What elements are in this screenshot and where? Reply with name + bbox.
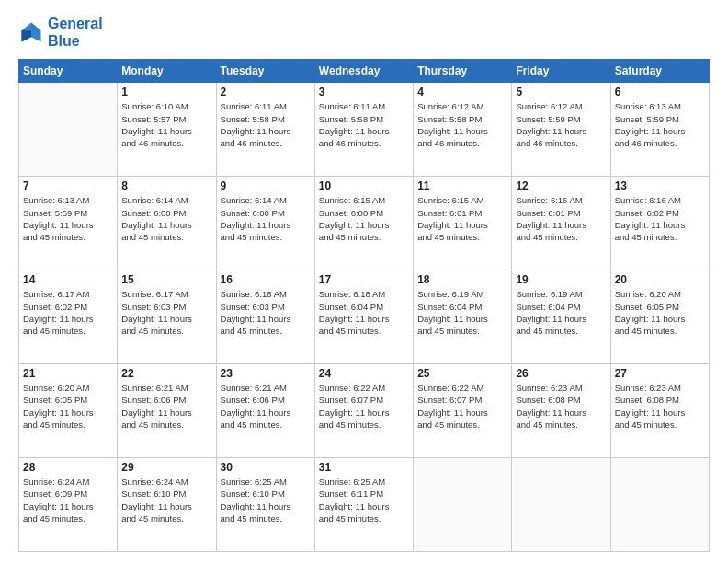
calendar-cell: 10Sunrise: 6:15 AM Sunset: 6:00 PM Dayli… bbox=[314, 177, 413, 270]
day-info: Sunrise: 6:17 AM Sunset: 6:02 PM Dayligh… bbox=[23, 288, 113, 337]
calendar-dow-sunday: Sunday bbox=[19, 60, 118, 83]
calendar-cell bbox=[512, 458, 610, 552]
svg-marker-1 bbox=[31, 23, 41, 31]
calendar-dow-wednesday: Wednesday bbox=[314, 60, 413, 83]
calendar-cell: 6Sunrise: 6:13 AM Sunset: 5:59 PM Daylig… bbox=[610, 83, 709, 177]
day-number: 13 bbox=[615, 179, 705, 192]
day-number: 21 bbox=[23, 367, 113, 380]
day-number: 23 bbox=[221, 367, 311, 380]
calendar-cell: 16Sunrise: 6:18 AM Sunset: 6:03 PM Dayli… bbox=[216, 270, 314, 364]
day-info: Sunrise: 6:18 AM Sunset: 6:03 PM Dayligh… bbox=[221, 288, 311, 337]
day-info: Sunrise: 6:24 AM Sunset: 6:10 PM Dayligh… bbox=[121, 476, 211, 524]
day-number: 6 bbox=[615, 86, 705, 98]
day-info: Sunrise: 6:19 AM Sunset: 6:04 PM Dayligh… bbox=[417, 288, 507, 337]
day-number: 9 bbox=[221, 179, 311, 192]
day-number: 11 bbox=[417, 179, 507, 192]
header: General Blue bbox=[18, 15, 710, 50]
day-number: 1 bbox=[121, 86, 211, 98]
day-info: Sunrise: 6:20 AM Sunset: 6:05 PM Dayligh… bbox=[615, 288, 705, 337]
calendar-week-1: 7Sunrise: 6:13 AM Sunset: 5:59 PM Daylig… bbox=[19, 177, 710, 270]
day-number: 30 bbox=[221, 461, 311, 474]
day-number: 4 bbox=[417, 86, 507, 98]
calendar-cell: 23Sunrise: 6:21 AM Sunset: 6:06 PM Dayli… bbox=[216, 364, 314, 458]
day-info: Sunrise: 6:13 AM Sunset: 5:59 PM Dayligh… bbox=[615, 100, 705, 149]
calendar-cell: 9Sunrise: 6:14 AM Sunset: 6:00 PM Daylig… bbox=[216, 177, 314, 270]
day-number: 8 bbox=[121, 179, 211, 192]
calendar-dow-tuesday: Tuesday bbox=[216, 60, 314, 83]
day-info: Sunrise: 6:21 AM Sunset: 6:06 PM Dayligh… bbox=[121, 382, 211, 431]
day-info: Sunrise: 6:22 AM Sunset: 6:07 PM Dayligh… bbox=[417, 382, 507, 431]
svg-marker-2 bbox=[22, 30, 32, 41]
calendar-cell: 22Sunrise: 6:21 AM Sunset: 6:06 PM Dayli… bbox=[118, 364, 216, 458]
day-number: 7 bbox=[23, 179, 113, 192]
day-info: Sunrise: 6:18 AM Sunset: 6:04 PM Dayligh… bbox=[319, 288, 409, 337]
calendar-cell bbox=[610, 458, 709, 552]
day-number: 29 bbox=[121, 461, 211, 474]
day-info: Sunrise: 6:14 AM Sunset: 6:00 PM Dayligh… bbox=[121, 194, 211, 243]
day-info: Sunrise: 6:11 AM Sunset: 5:58 PM Dayligh… bbox=[319, 100, 409, 149]
calendar-cell: 19Sunrise: 6:19 AM Sunset: 6:04 PM Dayli… bbox=[512, 270, 610, 364]
day-info: Sunrise: 6:20 AM Sunset: 6:05 PM Dayligh… bbox=[23, 382, 113, 431]
calendar-cell: 24Sunrise: 6:22 AM Sunset: 6:07 PM Dayli… bbox=[314, 364, 413, 458]
calendar-cell: 28Sunrise: 6:24 AM Sunset: 6:09 PM Dayli… bbox=[19, 458, 118, 552]
calendar-week-0: 1Sunrise: 6:10 AM Sunset: 5:57 PM Daylig… bbox=[19, 83, 710, 177]
calendar-cell bbox=[414, 458, 512, 552]
calendar-cell: 4Sunrise: 6:12 AM Sunset: 5:58 PM Daylig… bbox=[414, 83, 512, 177]
day-info: Sunrise: 6:11 AM Sunset: 5:58 PM Dayligh… bbox=[221, 100, 311, 149]
day-number: 24 bbox=[319, 367, 409, 380]
day-info: Sunrise: 6:21 AM Sunset: 6:06 PM Dayligh… bbox=[221, 382, 311, 431]
day-number: 27 bbox=[615, 367, 705, 380]
calendar-cell: 11Sunrise: 6:15 AM Sunset: 6:01 PM Dayli… bbox=[414, 177, 512, 270]
calendar-cell: 1Sunrise: 6:10 AM Sunset: 5:57 PM Daylig… bbox=[118, 83, 216, 177]
calendar-dow-saturday: Saturday bbox=[610, 60, 709, 83]
calendar-cell: 30Sunrise: 6:25 AM Sunset: 6:10 PM Dayli… bbox=[216, 458, 314, 552]
day-info: Sunrise: 6:17 AM Sunset: 6:03 PM Dayligh… bbox=[121, 288, 211, 337]
calendar-cell: 3Sunrise: 6:11 AM Sunset: 5:58 PM Daylig… bbox=[314, 83, 413, 177]
day-number: 10 bbox=[319, 179, 409, 192]
day-number: 28 bbox=[23, 461, 113, 474]
calendar-cell: 15Sunrise: 6:17 AM Sunset: 6:03 PM Dayli… bbox=[118, 270, 216, 364]
calendar-cell: 14Sunrise: 6:17 AM Sunset: 6:02 PM Dayli… bbox=[19, 270, 118, 364]
calendar-cell: 25Sunrise: 6:22 AM Sunset: 6:07 PM Dayli… bbox=[414, 364, 512, 458]
day-number: 15 bbox=[121, 273, 211, 286]
calendar-cell bbox=[19, 83, 118, 177]
day-info: Sunrise: 6:16 AM Sunset: 6:01 PM Dayligh… bbox=[516, 194, 606, 243]
day-number: 17 bbox=[319, 273, 409, 286]
calendar-cell: 8Sunrise: 6:14 AM Sunset: 6:00 PM Daylig… bbox=[118, 177, 216, 270]
day-info: Sunrise: 6:15 AM Sunset: 6:01 PM Dayligh… bbox=[417, 194, 507, 243]
day-info: Sunrise: 6:19 AM Sunset: 6:04 PM Dayligh… bbox=[516, 288, 606, 337]
calendar-cell: 18Sunrise: 6:19 AM Sunset: 6:04 PM Dayli… bbox=[414, 270, 512, 364]
calendar-cell: 21Sunrise: 6:20 AM Sunset: 6:05 PM Dayli… bbox=[19, 364, 118, 458]
day-info: Sunrise: 6:15 AM Sunset: 6:00 PM Dayligh… bbox=[319, 194, 409, 243]
calendar-dow-friday: Friday bbox=[512, 60, 610, 83]
day-number: 14 bbox=[23, 273, 113, 286]
calendar-cell: 7Sunrise: 6:13 AM Sunset: 5:59 PM Daylig… bbox=[19, 177, 118, 270]
day-info: Sunrise: 6:13 AM Sunset: 5:59 PM Dayligh… bbox=[23, 194, 113, 243]
calendar-table: SundayMondayTuesdayWednesdayThursdayFrid… bbox=[18, 59, 710, 552]
day-info: Sunrise: 6:24 AM Sunset: 6:09 PM Dayligh… bbox=[23, 476, 113, 524]
logo: General Blue bbox=[18, 15, 103, 50]
calendar-cell: 26Sunrise: 6:23 AM Sunset: 6:08 PM Dayli… bbox=[512, 364, 610, 458]
day-info: Sunrise: 6:12 AM Sunset: 5:58 PM Dayligh… bbox=[417, 100, 507, 149]
calendar-cell: 12Sunrise: 6:16 AM Sunset: 6:01 PM Dayli… bbox=[512, 177, 610, 270]
day-number: 22 bbox=[121, 367, 211, 380]
day-number: 19 bbox=[516, 273, 606, 286]
calendar-cell: 27Sunrise: 6:23 AM Sunset: 6:08 PM Dayli… bbox=[610, 364, 709, 458]
day-info: Sunrise: 6:25 AM Sunset: 6:11 PM Dayligh… bbox=[319, 476, 409, 524]
calendar-week-2: 14Sunrise: 6:17 AM Sunset: 6:02 PM Dayli… bbox=[19, 270, 710, 364]
day-info: Sunrise: 6:10 AM Sunset: 5:57 PM Dayligh… bbox=[121, 100, 211, 149]
day-number: 26 bbox=[516, 367, 606, 380]
day-info: Sunrise: 6:22 AM Sunset: 6:07 PM Dayligh… bbox=[319, 382, 409, 431]
calendar-week-4: 28Sunrise: 6:24 AM Sunset: 6:09 PM Dayli… bbox=[19, 458, 710, 552]
day-info: Sunrise: 6:23 AM Sunset: 6:08 PM Dayligh… bbox=[615, 382, 705, 431]
calendar-cell: 17Sunrise: 6:18 AM Sunset: 6:04 PM Dayli… bbox=[314, 270, 413, 364]
day-number: 12 bbox=[516, 179, 606, 192]
calendar-cell: 13Sunrise: 6:16 AM Sunset: 6:02 PM Dayli… bbox=[610, 177, 709, 270]
day-number: 31 bbox=[319, 461, 409, 474]
day-info: Sunrise: 6:23 AM Sunset: 6:08 PM Dayligh… bbox=[516, 382, 606, 431]
day-number: 25 bbox=[417, 367, 507, 380]
day-number: 18 bbox=[417, 273, 507, 286]
calendar-cell: 31Sunrise: 6:25 AM Sunset: 6:11 PM Dayli… bbox=[314, 458, 413, 552]
day-info: Sunrise: 6:14 AM Sunset: 6:00 PM Dayligh… bbox=[221, 194, 311, 243]
day-info: Sunrise: 6:12 AM Sunset: 5:59 PM Dayligh… bbox=[516, 100, 606, 149]
